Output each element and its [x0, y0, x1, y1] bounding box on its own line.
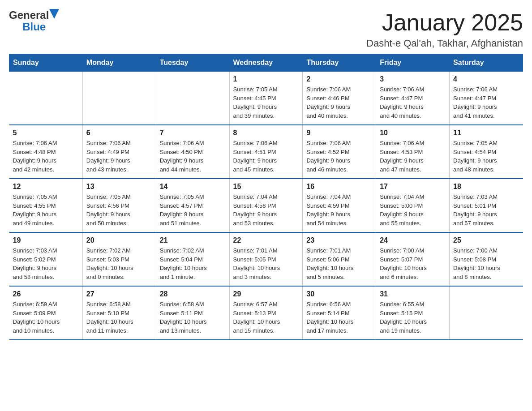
day-cell: 26Sunrise: 6:59 AM Sunset: 5:09 PM Dayli… — [9, 286, 83, 340]
day-number: 20 — [86, 236, 152, 244]
day-info: Sunrise: 7:04 AM Sunset: 4:59 PM Dayligh… — [306, 193, 372, 227]
day-cell: 9Sunrise: 7:06 AM Sunset: 4:52 PM Daylig… — [303, 125, 376, 179]
day-number: 16 — [306, 183, 372, 191]
day-number: 4 — [453, 75, 519, 83]
day-number: 25 — [453, 236, 519, 244]
day-cell: 12Sunrise: 7:05 AM Sunset: 4:55 PM Dayli… — [9, 179, 83, 232]
day-info: Sunrise: 6:55 AM Sunset: 5:15 PM Dayligh… — [380, 300, 446, 335]
day-cell: 23Sunrise: 7:01 AM Sunset: 5:06 PM Dayli… — [303, 232, 376, 286]
day-cell — [9, 72, 83, 125]
day-number: 7 — [160, 129, 226, 137]
day-info: Sunrise: 7:04 AM Sunset: 5:00 PM Dayligh… — [380, 193, 446, 227]
day-info: Sunrise: 7:04 AM Sunset: 4:58 PM Dayligh… — [233, 193, 299, 227]
day-info: Sunrise: 6:56 AM Sunset: 5:14 PM Dayligh… — [306, 300, 372, 335]
day-number: 13 — [86, 183, 152, 191]
header-monday: Monday — [82, 54, 156, 72]
day-number: 6 — [86, 129, 152, 137]
day-number: 27 — [86, 290, 152, 298]
day-number: 11 — [453, 129, 519, 137]
day-cell: 18Sunrise: 7:03 AM Sunset: 5:01 PM Dayli… — [450, 179, 523, 232]
week-row-2: 12Sunrise: 7:05 AM Sunset: 4:55 PM Dayli… — [9, 179, 523, 232]
day-number: 18 — [453, 183, 519, 191]
day-info: Sunrise: 7:05 AM Sunset: 4:57 PM Dayligh… — [160, 193, 226, 227]
header-wednesday: Wednesday — [229, 54, 303, 72]
day-number: 24 — [380, 236, 446, 244]
day-number: 14 — [160, 183, 226, 191]
day-info: Sunrise: 7:06 AM Sunset: 4:51 PM Dayligh… — [233, 139, 299, 174]
day-cell: 31Sunrise: 6:55 AM Sunset: 5:15 PM Dayli… — [376, 286, 450, 340]
day-info: Sunrise: 7:06 AM Sunset: 4:46 PM Dayligh… — [306, 85, 372, 120]
day-number: 17 — [380, 183, 446, 191]
day-info: Sunrise: 7:02 AM Sunset: 5:03 PM Dayligh… — [86, 246, 152, 281]
day-cell: 21Sunrise: 7:02 AM Sunset: 5:04 PM Dayli… — [156, 232, 229, 286]
day-cell: 11Sunrise: 7:05 AM Sunset: 4:54 PM Dayli… — [450, 125, 523, 179]
day-cell: 14Sunrise: 7:05 AM Sunset: 4:57 PM Dayli… — [156, 179, 229, 232]
day-cell — [156, 72, 229, 125]
week-row-1: 5Sunrise: 7:06 AM Sunset: 4:48 PM Daylig… — [9, 125, 523, 179]
day-info: Sunrise: 7:03 AM Sunset: 5:01 PM Dayligh… — [453, 193, 519, 227]
day-number: 23 — [306, 236, 372, 244]
page-subtitle: Dasht-e Qal'ah, Takhar, Afghanistan — [366, 38, 523, 49]
day-number: 21 — [160, 236, 226, 244]
day-number: 31 — [380, 290, 446, 298]
page-title: January 2025 — [366, 9, 523, 36]
day-number: 1 — [233, 75, 299, 83]
day-info: Sunrise: 6:57 AM Sunset: 5:13 PM Dayligh… — [233, 300, 299, 335]
day-cell: 13Sunrise: 7:05 AM Sunset: 4:56 PM Dayli… — [82, 179, 156, 232]
day-number: 8 — [233, 129, 299, 137]
logo-blue-text: Blue — [22, 21, 46, 33]
day-cell: 16Sunrise: 7:04 AM Sunset: 4:59 PM Dayli… — [303, 179, 376, 232]
day-cell: 27Sunrise: 6:58 AM Sunset: 5:10 PM Dayli… — [82, 286, 156, 340]
page-header: General Blue January 2025 Dasht-e Qal'ah… — [9, 9, 523, 49]
svg-marker-0 — [49, 9, 59, 19]
day-info: Sunrise: 6:58 AM Sunset: 5:10 PM Dayligh… — [86, 300, 152, 335]
day-number: 26 — [13, 290, 79, 298]
day-number: 15 — [233, 183, 299, 191]
day-number: 9 — [306, 129, 372, 137]
day-cell: 24Sunrise: 7:00 AM Sunset: 5:07 PM Dayli… — [376, 232, 450, 286]
week-row-0: 1Sunrise: 7:05 AM Sunset: 4:45 PM Daylig… — [9, 72, 523, 125]
day-cell: 10Sunrise: 7:06 AM Sunset: 4:53 PM Dayli… — [376, 125, 450, 179]
logo-icon: General Blue — [9, 9, 59, 33]
day-cell — [82, 72, 156, 125]
logo: General Blue — [9, 9, 59, 33]
day-info: Sunrise: 7:05 AM Sunset: 4:56 PM Dayligh… — [86, 193, 152, 227]
day-number: 22 — [233, 236, 299, 244]
day-cell: 15Sunrise: 7:04 AM Sunset: 4:58 PM Dayli… — [229, 179, 303, 232]
day-info: Sunrise: 7:03 AM Sunset: 5:02 PM Dayligh… — [13, 246, 79, 281]
day-info: Sunrise: 7:06 AM Sunset: 4:47 PM Dayligh… — [380, 85, 446, 120]
header-friday: Friday — [376, 54, 450, 72]
day-info: Sunrise: 6:59 AM Sunset: 5:09 PM Dayligh… — [13, 300, 79, 335]
day-cell: 17Sunrise: 7:04 AM Sunset: 5:00 PM Dayli… — [376, 179, 450, 232]
day-info: Sunrise: 7:06 AM Sunset: 4:52 PM Dayligh… — [306, 139, 372, 174]
day-number: 10 — [380, 129, 446, 137]
day-cell: 4Sunrise: 7:06 AM Sunset: 4:47 PM Daylig… — [450, 72, 523, 125]
day-cell: 7Sunrise: 7:06 AM Sunset: 4:50 PM Daylig… — [156, 125, 229, 179]
header-sunday: Sunday — [9, 54, 83, 72]
day-info: Sunrise: 7:06 AM Sunset: 4:48 PM Dayligh… — [13, 139, 79, 174]
day-cell: 30Sunrise: 6:56 AM Sunset: 5:14 PM Dayli… — [303, 286, 376, 340]
header-row: SundayMondayTuesdayWednesdayThursdayFrid… — [9, 54, 523, 72]
day-cell: 25Sunrise: 7:00 AM Sunset: 5:08 PM Dayli… — [450, 232, 523, 286]
day-info: Sunrise: 6:58 AM Sunset: 5:11 PM Dayligh… — [160, 300, 226, 335]
day-info: Sunrise: 7:06 AM Sunset: 4:53 PM Dayligh… — [380, 139, 446, 174]
day-number: 12 — [13, 183, 79, 191]
day-cell: 22Sunrise: 7:01 AM Sunset: 5:05 PM Dayli… — [229, 232, 303, 286]
day-cell: 1Sunrise: 7:05 AM Sunset: 4:45 PM Daylig… — [229, 72, 303, 125]
header-saturday: Saturday — [450, 54, 523, 72]
day-cell: 2Sunrise: 7:06 AM Sunset: 4:46 PM Daylig… — [303, 72, 376, 125]
day-number: 3 — [380, 75, 446, 83]
day-number: 30 — [306, 290, 372, 298]
calendar-header: SundayMondayTuesdayWednesdayThursdayFrid… — [9, 54, 523, 72]
day-cell: 8Sunrise: 7:06 AM Sunset: 4:51 PM Daylig… — [229, 125, 303, 179]
header-thursday: Thursday — [303, 54, 376, 72]
day-number: 29 — [233, 290, 299, 298]
day-cell: 19Sunrise: 7:03 AM Sunset: 5:02 PM Dayli… — [9, 232, 83, 286]
title-section: January 2025 Dasht-e Qal'ah, Takhar, Afg… — [366, 9, 523, 49]
day-info: Sunrise: 7:01 AM Sunset: 5:05 PM Dayligh… — [233, 246, 299, 281]
day-info: Sunrise: 7:06 AM Sunset: 4:47 PM Dayligh… — [453, 85, 519, 120]
day-number: 28 — [160, 290, 226, 298]
day-number: 2 — [306, 75, 372, 83]
calendar-table: SundayMondayTuesdayWednesdayThursdayFrid… — [9, 54, 523, 340]
day-info: Sunrise: 7:05 AM Sunset: 4:45 PM Dayligh… — [233, 85, 299, 120]
